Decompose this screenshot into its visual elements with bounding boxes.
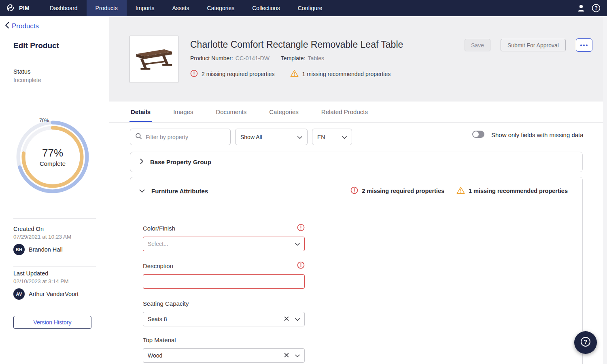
chevron-down-icon — [297, 134, 302, 140]
more-actions-button[interactable] — [576, 38, 592, 52]
warning-icon — [290, 70, 299, 78]
top-material-select[interactable]: Wood — [143, 348, 305, 363]
nav-item-categories[interactable]: Categories — [198, 0, 244, 16]
completeness-caption: Complete — [40, 160, 66, 167]
nav-item-dashboard[interactable]: Dashboard — [41, 0, 87, 16]
updated-by-person: AV Arthur VanderVoort — [13, 288, 98, 300]
color-finish-select[interactable]: Select... — [143, 237, 305, 251]
nav-item-collections[interactable]: Collections — [243, 0, 289, 16]
updated-by-name: Arthur VanderVoort — [29, 291, 79, 297]
field-label: Seating Capacity — [143, 300, 189, 307]
chevron-down-icon — [139, 187, 145, 195]
back-link-label: Products — [12, 22, 39, 30]
filter-by-property-input[interactable] — [146, 134, 225, 140]
chevron-down-icon — [342, 134, 347, 140]
nav-item-assets[interactable]: Assets — [163, 0, 198, 16]
tab-related-products[interactable]: Related Products — [321, 102, 368, 122]
floating-help-button[interactable]: ? — [574, 331, 597, 354]
save-button[interactable]: Save — [465, 39, 490, 51]
status-label: Status — [13, 68, 41, 75]
back-chevron-icon — [5, 22, 9, 31]
chevron-down-icon — [295, 241, 300, 247]
search-icon — [135, 133, 142, 141]
clear-icon[interactable] — [284, 316, 289, 322]
created-on-label: Created On — [13, 226, 98, 232]
seating-capacity-select[interactable]: Seats 8 — [143, 312, 305, 326]
detail-tabs: Details Images Documents Categories Rela… — [109, 102, 603, 123]
product-header: Charlotte Comfort Rectangle Removable Le… — [109, 16, 607, 102]
furniture-attributes-collapse[interactable]: Furniture Attributes — [139, 187, 208, 195]
property-filter-search — [130, 129, 231, 145]
svg-text:?: ? — [594, 5, 598, 11]
status-value: Incomplete — [13, 77, 41, 83]
table-product-image — [135, 44, 174, 74]
nav-item-imports[interactable]: Imports — [127, 0, 163, 16]
vertical-scrollbar[interactable] — [603, 16, 607, 364]
tab-documents[interactable]: Documents — [216, 102, 246, 122]
field-seating-capacity: Seating Capacity Seats 8 — [143, 300, 305, 326]
top-navbar: PIM Dashboard Products Imports Assets Ca… — [0, 0, 607, 16]
missing-data-toggle[interactable] — [472, 131, 484, 138]
furniture-attributes-panel: Furniture Attributes 2 missing required … — [130, 177, 583, 364]
missing-recommended-text: 1 missing recommended properties — [302, 71, 391, 77]
furniture-attributes-header: Furniture Attributes 2 missing required … — [130, 177, 582, 201]
chevron-right-icon — [140, 159, 144, 166]
template-value: Tables — [308, 55, 324, 61]
back-to-products-link[interactable]: Products — [5, 22, 39, 31]
select-value: Wood — [148, 352, 284, 359]
avatar: AV — [13, 288, 25, 300]
base-property-group-panel[interactable]: Base Property Group — [130, 152, 583, 172]
error-icon — [297, 261, 305, 271]
version-history-button[interactable]: Version History — [13, 316, 91, 329]
template-label: Template: — [281, 55, 306, 61]
app-brand[interactable]: PIM — [0, 0, 36, 16]
tab-details[interactable]: Details — [131, 102, 151, 122]
toggle-knob — [473, 131, 479, 137]
group-missing-required-warning: 2 missing required properties — [350, 186, 444, 195]
header-warnings-row: 2 missing required properties 1 missing … — [190, 70, 391, 78]
tab-categories[interactable]: Categories — [269, 102, 299, 122]
last-updated-label: Last Updated — [13, 270, 98, 277]
user-icon[interactable] — [576, 3, 586, 13]
sidebar-divider — [13, 218, 96, 219]
missing-recommended-warning: 1 missing recommended properties — [290, 70, 391, 78]
brand-name: PIM — [19, 5, 30, 11]
template: Template:Tables — [281, 55, 324, 61]
field-top-material: Top Material Wood — [143, 336, 305, 363]
avatar: BH — [13, 244, 25, 255]
completeness-percent: 77% — [42, 147, 63, 159]
chevron-down-icon — [295, 316, 300, 322]
group-missing-recommended-text: 1 missing recommended properties — [469, 188, 568, 194]
topbar-right: ? — [576, 0, 607, 16]
nav-item-configure[interactable]: Configure — [289, 0, 331, 16]
language-dropdown[interactable]: EN — [312, 129, 352, 145]
clear-icon[interactable] — [284, 352, 289, 359]
edit-product-sidebar: Products Edit Product Status Incomplete … — [0, 16, 109, 364]
app-logo-icon — [5, 2, 15, 14]
created-by-person: BH Brandon Hall — [13, 244, 98, 255]
error-icon — [297, 224, 305, 233]
show-all-value: Show All — [240, 134, 262, 140]
show-all-dropdown[interactable]: Show All — [235, 129, 308, 145]
field-label: Color/Finish — [143, 225, 175, 232]
field-label: Description — [143, 262, 173, 269]
submit-for-approval-button[interactable]: Submit For Approval — [501, 39, 566, 51]
created-on-date: 07/29/2021 at 10:23 AM — [13, 234, 98, 240]
main-nav: Dashboard Products Imports Assets Catego… — [41, 0, 331, 16]
tab-images[interactable]: Images — [173, 102, 193, 122]
language-value: EN — [317, 134, 325, 140]
help-icon[interactable]: ? — [591, 3, 601, 13]
created-on-block: Created On 07/29/2021 at 10:23 AM BH Bra… — [13, 226, 98, 255]
select-value: Seats 8 — [148, 316, 284, 322]
description-input[interactable] — [143, 274, 305, 289]
product-number-label: Product Number: — [190, 55, 233, 61]
created-by-name: Brandon Hall — [29, 246, 63, 253]
base-property-group-title: Base Property Group — [150, 159, 211, 165]
completeness-donut-chart: 70% 77% Complete — [13, 118, 92, 196]
nav-item-products[interactable]: Products — [87, 0, 127, 16]
product-number: Product Number:CC-0141-DW — [190, 55, 270, 61]
page-title: Edit Product — [13, 41, 59, 50]
help-icon: ? — [579, 336, 592, 349]
product-thumbnail[interactable] — [129, 36, 178, 83]
furniture-attributes-title: Furniture Attributes — [151, 188, 208, 195]
